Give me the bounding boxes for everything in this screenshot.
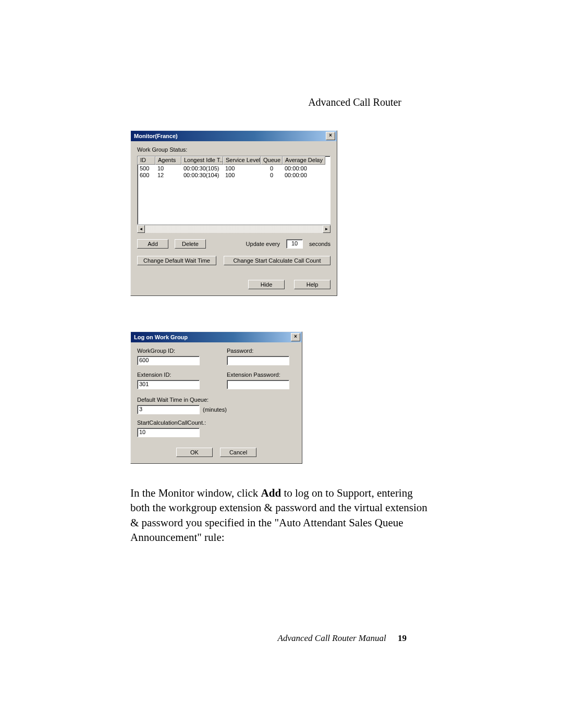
footer-page-number: 19 (398, 633, 407, 643)
help-button[interactable]: Help (294, 280, 331, 289)
logon-buttons: OK Cancel (137, 448, 296, 457)
footer-manual-title: Advanced Call Router Manual (278, 633, 386, 643)
change-start-calc-button[interactable]: Change Start Calculate Call Count (224, 256, 331, 265)
cell-q: 0 (261, 172, 283, 179)
update-every-label: Update every (246, 241, 280, 247)
col-id[interactable]: ID (138, 156, 155, 165)
monitor-button-row-2: Change Default Wait Time Change Start Ca… (137, 256, 331, 265)
col-agents[interactable]: Agents (155, 156, 181, 165)
extension-password-label: Extension Password: (227, 372, 295, 378)
col-queue[interactable]: Queue (261, 156, 283, 165)
scrollbar-track[interactable] (145, 225, 323, 233)
running-header: Advanced Call Router (308, 96, 401, 108)
col-longest-idle[interactable]: Longest Idle T... (181, 156, 223, 165)
scroll-right-icon[interactable]: ► (323, 225, 331, 233)
change-default-wait-button[interactable]: Change Default Wait Time (137, 256, 216, 265)
update-interval-input[interactable]: 10 (286, 239, 303, 249)
page-footer: Advanced Call Router Manual 19 (278, 633, 407, 644)
monitor-title-text: Monitor(France) (134, 133, 178, 139)
cell-id: 600 (138, 172, 155, 179)
monitor-button-row-1: Add Delete Update every 10 seconds (137, 239, 331, 249)
monitor-button-row-3: Hide Help (137, 280, 331, 289)
monitor-title-bar: Monitor(France) × (131, 131, 337, 141)
cell-ad: 00:00:00 (283, 165, 325, 172)
scroll-left-icon[interactable]: ◄ (137, 225, 145, 233)
col-avg-delay[interactable]: Average Delay ... (283, 156, 325, 165)
logon-title-text: Log on Work Group (134, 334, 188, 340)
table-row[interactable]: 600 12 00:00:30(104) 100 0 00:00:00 (138, 172, 330, 179)
list-rows: 500 10 00:00:30(105) 100 0 00:00:00 600 … (138, 165, 330, 179)
text-bold-add: Add (261, 487, 282, 499)
monitor-body: Work Group Status: ID Agents Longest Idl… (131, 141, 337, 295)
col-service-level[interactable]: Service Level (223, 156, 261, 165)
workgroup-id-input[interactable]: 600 (137, 356, 200, 365)
logon-body: WorkGroup ID: Password: 600 Extension ID… (131, 342, 302, 463)
table-row[interactable]: 500 10 00:00:30(105) 100 0 00:00:00 (138, 165, 330, 172)
monitor-dialog: Monitor(France) × Work Group Status: ID … (130, 130, 337, 296)
default-wait-row: 3 (minutes) (137, 405, 295, 414)
logon-title-bar: Log on Work Group × (131, 332, 302, 342)
list-hscrollbar[interactable]: ◄ ► (137, 225, 331, 233)
workgroup-status-label: Work Group Status: (137, 146, 331, 153)
minutes-label: (minutes) (203, 406, 227, 413)
cell-sl: 100 (223, 165, 261, 172)
instruction-paragraph: In the Monitor window, click Add to log … (130, 486, 433, 545)
workgroup-status-list[interactable]: ID Agents Longest Idle T... Service Leve… (137, 156, 331, 225)
extension-id-input[interactable]: 301 (137, 380, 200, 389)
workgroup-id-label: WorkGroup ID: (137, 348, 221, 354)
close-icon[interactable]: × (291, 333, 300, 341)
cell-q: 0 (261, 165, 283, 172)
figures-area: Monitor(France) × Work Group Status: ID … (130, 130, 474, 464)
default-wait-label: Default Wait Time in Queue: (137, 397, 295, 403)
start-calc-input[interactable]: 10 (137, 428, 200, 437)
add-button[interactable]: Add (137, 239, 168, 249)
default-wait-input[interactable]: 3 (137, 405, 200, 414)
cell-ad: 00:00:00 (283, 172, 325, 179)
seconds-label: seconds (309, 241, 331, 247)
cancel-button[interactable]: Cancel (220, 448, 256, 457)
extension-id-label: Extension ID: (137, 372, 221, 378)
logon-form: WorkGroup ID: Password: 600 Extension ID… (137, 348, 296, 437)
cell-id: 500 (138, 165, 155, 172)
extension-password-input[interactable] (227, 380, 289, 389)
delete-button[interactable]: Delete (175, 239, 206, 249)
close-icon[interactable]: × (326, 132, 335, 140)
list-headers: ID Agents Longest Idle T... Service Leve… (138, 156, 330, 165)
cell-idle: 00:00:30(105) (181, 165, 223, 172)
cell-agents: 12 (155, 172, 181, 179)
password-input[interactable] (227, 356, 289, 365)
cell-agents: 10 (155, 165, 181, 172)
ok-button[interactable]: OK (176, 448, 213, 457)
hide-button[interactable]: Hide (248, 280, 285, 289)
password-label: Password: (227, 348, 295, 354)
start-calc-label: StartCalculationCallCount.: (137, 419, 295, 426)
document-page: Advanced Call Router Monitor(France) × W… (0, 0, 563, 728)
cell-sl: 100 (223, 172, 261, 179)
start-calc-row: 10 (137, 428, 295, 437)
logon-workgroup-dialog: Log on Work Group × WorkGroup ID: Passwo… (130, 331, 302, 464)
text-run: In the Monitor window, click (130, 487, 261, 499)
cell-idle: 00:00:30(104) (181, 172, 223, 179)
